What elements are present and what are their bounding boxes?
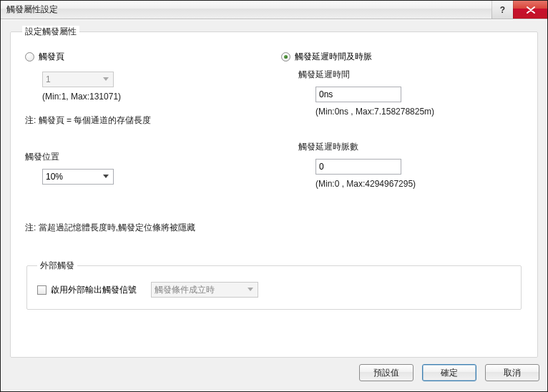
external-trigger-legend: 外部觸發: [37, 260, 77, 272]
trigger-delay-radio-label: 觸發延遲時間及時脈: [295, 51, 372, 63]
delay-clock-subgroup: 觸發延遲時脈數 0 (Min:0 , Max:4294967295): [298, 141, 523, 189]
delay-clock-label: 觸發延遲時脈數: [298, 141, 523, 153]
trigger-position-combo[interactable]: 10%: [42, 169, 114, 185]
trigger-page-note: 注: 觸發頁 = 每個通道的存儲長度: [25, 114, 267, 127]
cancel-button-label: 取消: [504, 367, 521, 379]
trigger-position-value: 10%: [46, 172, 63, 182]
delay-clock-hint: (Min:0 , Max:4294967295): [315, 179, 523, 189]
trigger-position-subgroup: 10%: [42, 166, 267, 185]
trigger-delay-radio[interactable]: 觸發延遲時間及時脈: [281, 51, 523, 63]
right-column: 觸發延遲時間及時脈 觸發延遲時間 0ns (Min:0ns , Max:7.15…: [281, 51, 523, 189]
close-button[interactable]: [513, 1, 547, 19]
trigger-properties-legend: 設定觸發屬性: [22, 26, 79, 38]
delay-clock-value: 0: [319, 162, 324, 172]
trigger-page-value: 1: [46, 74, 51, 84]
external-condition-combo: 觸發條件成立時: [151, 282, 258, 298]
titlebar: 觸發屬性設定 ?: [1, 1, 547, 19]
ok-button[interactable]: 確定: [422, 364, 476, 381]
memory-note: 注: 當超過記憶體長度時,觸發定位條將被隱藏: [25, 222, 523, 234]
trigger-position-label: 觸發位置: [25, 151, 267, 163]
trigger-page-hint: (Min:1, Max:131071): [42, 92, 267, 102]
trigger-properties-group: 設定觸發屬性 觸發頁 1 (Min:1, Max:: [10, 26, 538, 358]
chevron-down-icon: [100, 171, 112, 182]
help-icon: ?: [500, 5, 505, 15]
close-icon: [527, 6, 535, 14]
external-output-checkbox-label: 啟用外部輸出觸發信號: [51, 284, 137, 296]
chevron-down-icon: [245, 284, 256, 295]
default-button[interactable]: 預設值: [359, 364, 414, 381]
cancel-button[interactable]: 取消: [485, 364, 539, 381]
chevron-down-icon: [100, 74, 112, 85]
delay-clock-input[interactable]: 0: [315, 159, 401, 175]
titlebar-buttons: ?: [491, 1, 547, 19]
trigger-page-radio-label: 觸發頁: [39, 51, 64, 63]
help-button[interactable]: ?: [491, 1, 513, 19]
delay-time-subgroup: 觸發延遲時間 0ns (Min:0ns , Max:7.158278825m): [298, 69, 523, 117]
external-output-checkbox[interactable]: [37, 285, 47, 295]
left-column: 觸發頁 1 (Min:1, Max:131071) 注: 觸發頁 = 每個通道的…: [25, 51, 267, 189]
external-output-row: 啟用外部輸出觸發信號 觸發條件成立時: [37, 282, 511, 298]
radio-icon: [281, 52, 290, 62]
client-area: 設定觸發屬性 觸發頁 1 (Min:1, Max:: [1, 20, 547, 391]
columns: 觸發頁 1 (Min:1, Max:131071) 注: 觸發頁 = 每個通道的…: [25, 51, 523, 189]
trigger-page-subgroup: 1 (Min:1, Max:131071): [42, 69, 267, 102]
delay-time-label: 觸發延遲時間: [298, 69, 523, 81]
dialog-window: 觸發屬性設定 ? 設定觸發屬性 觸發頁: [0, 0, 548, 392]
external-condition-value: 觸發條件成立時: [155, 284, 215, 296]
default-button-label: 預設值: [373, 367, 399, 379]
delay-time-hint: (Min:0ns , Max:7.158278825m): [315, 107, 523, 117]
trigger-page-combo: 1: [42, 72, 114, 87]
radio-icon: [25, 52, 34, 62]
dialog-footer: 預設值 確定 取消: [9, 362, 539, 383]
window-title: 觸發屬性設定: [6, 4, 58, 16]
trigger-page-radio[interactable]: 觸發頁: [25, 51, 267, 63]
delay-time-value: 0ns: [319, 89, 333, 99]
external-trigger-group: 外部觸發 啟用外部輸出觸發信號 觸發條件成立時: [26, 260, 522, 310]
ok-button-label: 確定: [441, 367, 458, 379]
delay-time-input[interactable]: 0ns: [315, 87, 401, 102]
